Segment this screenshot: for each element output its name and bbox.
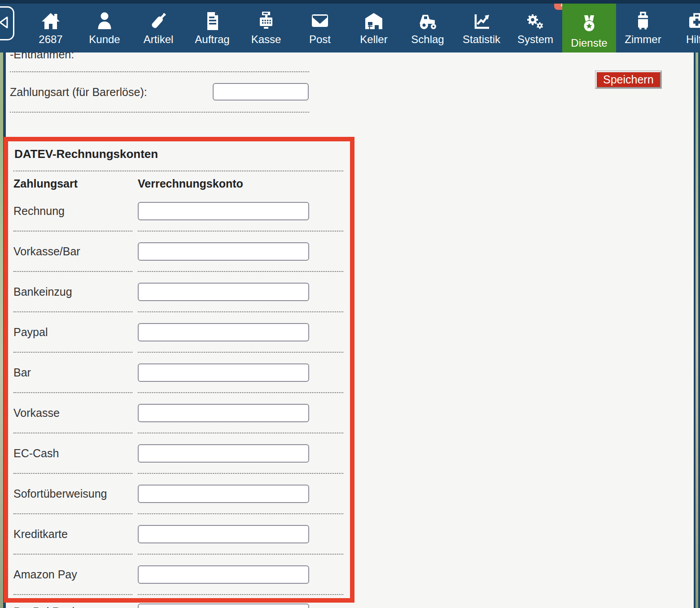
- verrechnungskonto-input[interactable]: [138, 444, 309, 463]
- row-label: Paypal: [13, 312, 132, 353]
- dotted-divider: [13, 171, 343, 171]
- nav-item-hilfe[interactable]: Hilfe: [670, 0, 700, 52]
- table-row: Vorkasse/Bar: [13, 232, 343, 272]
- datev-table: Rechnung Vorkasse/Bar Bankeinzug Paypal …: [13, 191, 343, 595]
- table-row: Amazon Pay: [13, 555, 343, 595]
- nav-item-auftrag[interactable]: Auftrag: [185, 0, 239, 52]
- row-label: Sofortüberweisung: [13, 474, 132, 514]
- row-label: EC-Cash: [13, 433, 132, 474]
- nav-item-home[interactable]: 2687: [24, 0, 78, 52]
- entnahmen-label: -Entnahmen:: [10, 52, 74, 61]
- top-navbar: 2687 Kunde Artikel Auftrag Kasse: [0, 0, 700, 52]
- verrechnungskonto-input[interactable]: [138, 363, 309, 382]
- nav-item-label: Post: [309, 33, 331, 46]
- nav-item-dienste[interactable]: Dienste: [562, 4, 616, 52]
- collapse-sidebar-button[interactable]: [0, 6, 14, 40]
- right-panel-border: [698, 52, 700, 608]
- verrechnungskonto-input[interactable]: [138, 565, 309, 584]
- nav-item-label: Statistik: [463, 33, 500, 46]
- column-header-verrechnungskonto: Verrechnungskonto: [138, 177, 243, 190]
- nav-item-artikel[interactable]: Artikel: [131, 0, 185, 52]
- nav-item-label: Schlag: [411, 33, 444, 46]
- chart-icon: [471, 9, 492, 33]
- row-label: Kreditkarte: [13, 514, 132, 555]
- nav-item-system[interactable]: ! System: [508, 0, 562, 52]
- nav-item-label: Auftrag: [195, 33, 229, 46]
- column-header-zahlungsart: Zahlungsart: [13, 177, 138, 190]
- gears-icon: [525, 9, 546, 33]
- nav-item-label: 2687: [39, 33, 62, 46]
- datev-table-header: Zahlungsart Verrechnungskonto: [13, 177, 343, 190]
- verrechnungskonto-input[interactable]: [138, 604, 309, 608]
- table-row: Paypal: [13, 312, 343, 353]
- table-row: Rechnung: [13, 191, 343, 232]
- medal-icon: [578, 13, 600, 36]
- nav-item-kunde[interactable]: Kunde: [78, 0, 131, 52]
- datev-highlight-box: DATEV-Rechnungskonten Zahlungsart Verrec…: [4, 137, 354, 603]
- verrechnungskonto-input[interactable]: [138, 323, 309, 341]
- verrechnungskonto-input[interactable]: [138, 404, 309, 422]
- row-label: Amazon Pay: [13, 555, 132, 595]
- home-icon: [40, 9, 61, 33]
- verrechnungskonto-input[interactable]: [138, 283, 309, 301]
- nav-item-post[interactable]: Post: [293, 0, 347, 52]
- first-aid-icon: [686, 9, 700, 33]
- nav-item-schlag[interactable]: Schlag: [401, 0, 455, 52]
- wine-bottle-icon: [148, 9, 169, 33]
- row-label: Vorkasse: [13, 393, 132, 433]
- nav-item-label: System: [517, 33, 553, 46]
- nav-item-label: Hilfe: [686, 33, 700, 46]
- dotted-divider: [10, 112, 309, 113]
- envelope-icon: [309, 9, 331, 33]
- tractor-icon: [417, 9, 438, 33]
- warehouse-icon: [363, 9, 385, 33]
- luggage-icon: [632, 9, 654, 33]
- table-row: EC-Cash: [13, 433, 343, 474]
- verrechnungskonto-input[interactable]: [138, 525, 309, 543]
- verrechnungskonto-input[interactable]: [138, 202, 309, 220]
- barerloese-input[interactable]: [213, 83, 309, 101]
- cash-register-icon: [255, 9, 277, 33]
- row-label: Vorkasse/Bar: [13, 232, 132, 272]
- row-label: Bar: [13, 353, 132, 393]
- table-row-cutoff: PayPal Rechnung: [8, 604, 350, 608]
- row-label: Bankeinzug: [13, 272, 132, 312]
- row-label: PayPal Rechnung: [13, 604, 138, 608]
- nav-item-label: Dienste: [571, 36, 607, 50]
- barerloese-label: Zahlungsart (für Barerlöse):: [10, 86, 147, 99]
- nav-item-keller[interactable]: Keller: [347, 0, 401, 52]
- navbar-top-strip: [0, 0, 700, 4]
- nav-item-zimmer[interactable]: Zimmer: [616, 0, 670, 52]
- table-row: Bankeinzug: [13, 272, 343, 312]
- verrechnungskonto-input[interactable]: [138, 242, 309, 261]
- nav-item-label: Keller: [360, 33, 387, 46]
- nav-item-statistik[interactable]: Statistik: [455, 0, 508, 52]
- nav-item-label: Kasse: [251, 33, 281, 46]
- row-label: Rechnung: [13, 191, 132, 232]
- nav-items: 2687 Kunde Artikel Auftrag Kasse: [24, 0, 700, 52]
- table-row: Sofortüberweisung: [13, 474, 343, 514]
- nav-item-label: Zimmer: [625, 33, 661, 46]
- nav-item-label: Artikel: [144, 33, 174, 46]
- save-button[interactable]: Speichern: [595, 71, 661, 88]
- dotted-divider: [10, 71, 309, 72]
- datev-section-title: DATEV-Rechnungskonten: [14, 147, 343, 161]
- user-icon: [94, 9, 115, 33]
- nav-item-kasse[interactable]: Kasse: [239, 0, 293, 52]
- left-triangle-icon: [0, 15, 10, 32]
- table-row: Bar: [13, 353, 343, 393]
- table-row: Vorkasse: [13, 393, 343, 433]
- invoice-icon: [201, 9, 223, 33]
- table-row: Kreditkarte: [13, 514, 343, 555]
- verrechnungskonto-input[interactable]: [138, 485, 309, 503]
- nav-item-label: Kunde: [89, 33, 120, 46]
